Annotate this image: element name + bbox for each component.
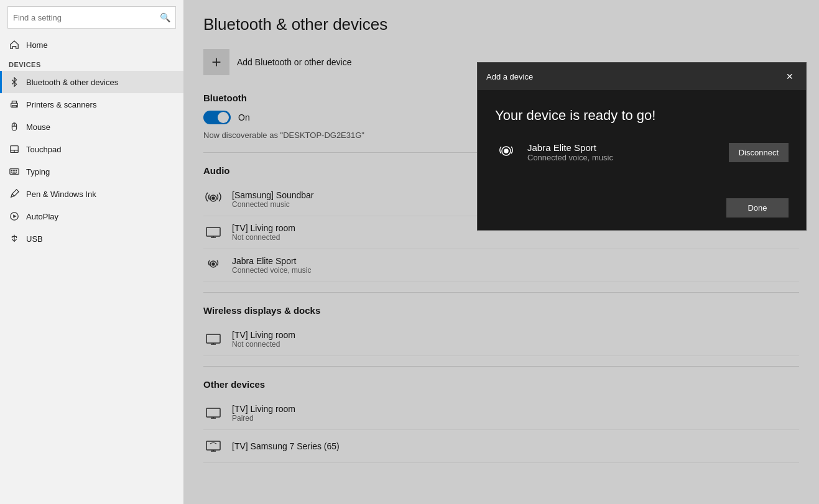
- search-icon: 🔍: [160, 12, 170, 22]
- sidebar-item-touchpad[interactable]: Touchpad: [0, 138, 183, 160]
- done-button[interactable]: Done: [726, 198, 789, 218]
- dialog-titlebar: Add a device ✕: [478, 63, 806, 90]
- pen-icon: [9, 188, 20, 199]
- search-input[interactable]: [13, 13, 160, 22]
- sidebar-item-mouse[interactable]: Mouse: [0, 116, 183, 138]
- sidebar-item-label-mouse: Mouse: [26, 122, 50, 132]
- dialog-body: Your device is ready to go! Jabra Elite …: [478, 90, 806, 188]
- svg-marker-19: [13, 214, 16, 218]
- sidebar-item-label-printers: Printers & scanners: [26, 100, 96, 109]
- sidebar-item-label-home: Home: [26, 40, 48, 50]
- sidebar: 🔍 Home Devices Bluetooth & other devices: [0, 0, 183, 504]
- dialog-heading: Your device is ready to go!: [495, 108, 789, 124]
- dialog-footer: Done: [478, 188, 806, 230]
- dialog-device-row: Jabra Elite Sport Connected voice, music…: [495, 141, 789, 163]
- bluetooth-icon: [9, 76, 20, 88]
- sidebar-item-usb[interactable]: USB: [0, 227, 183, 250]
- autoplay-icon: [9, 211, 20, 222]
- sidebar-item-label-autoplay: AutoPlay: [26, 212, 58, 221]
- printer-icon: [9, 99, 20, 110]
- sidebar-item-label-usb: USB: [26, 234, 43, 244]
- usb-icon: [9, 233, 20, 244]
- sidebar-item-label-typing: Typing: [26, 167, 50, 176]
- dialog-device-name: Jabra Elite Sport: [527, 142, 613, 153]
- dialog-title: Add a device: [486, 72, 533, 81]
- dialog-close-button[interactable]: ✕: [782, 69, 797, 84]
- mouse-icon: [9, 121, 20, 132]
- dialog-overlay: Add a device ✕ Your device is ready to g…: [183, 0, 819, 504]
- dialog-device-info: Jabra Elite Sport Connected voice, music: [527, 142, 613, 162]
- sidebar-item-label-bluetooth: Bluetooth & other devices: [26, 78, 118, 87]
- touchpad-icon: [9, 144, 20, 155]
- sidebar-item-printers[interactable]: Printers & scanners: [0, 93, 183, 116]
- svg-rect-1: [12, 106, 16, 108]
- sidebar-item-bluetooth[interactable]: Bluetooth & other devices: [0, 71, 183, 93]
- devices-section-label: Devices: [0, 56, 183, 71]
- svg-point-42: [504, 149, 508, 153]
- dialog-device-icon: [495, 141, 517, 163]
- sidebar-item-label-touchpad: Touchpad: [26, 145, 61, 154]
- disconnect-button[interactable]: Disconnect: [729, 143, 789, 162]
- add-device-dialog: Add a device ✕ Your device is ready to g…: [477, 62, 807, 231]
- main-content: Bluetooth & other devices Add Bluetooth …: [183, 0, 819, 504]
- sidebar-item-autoplay[interactable]: AutoPlay: [0, 205, 183, 227]
- home-icon: [9, 39, 20, 50]
- search-box[interactable]: 🔍: [7, 6, 176, 29]
- dialog-device-status: Connected voice, music: [527, 153, 613, 162]
- sidebar-item-typing[interactable]: Typing: [0, 160, 183, 183]
- sidebar-item-pen[interactable]: Pen & Windows Ink: [0, 183, 183, 205]
- sidebar-item-label-pen: Pen & Windows Ink: [26, 190, 96, 199]
- sidebar-item-home[interactable]: Home: [0, 34, 183, 56]
- keyboard-icon: [9, 166, 20, 177]
